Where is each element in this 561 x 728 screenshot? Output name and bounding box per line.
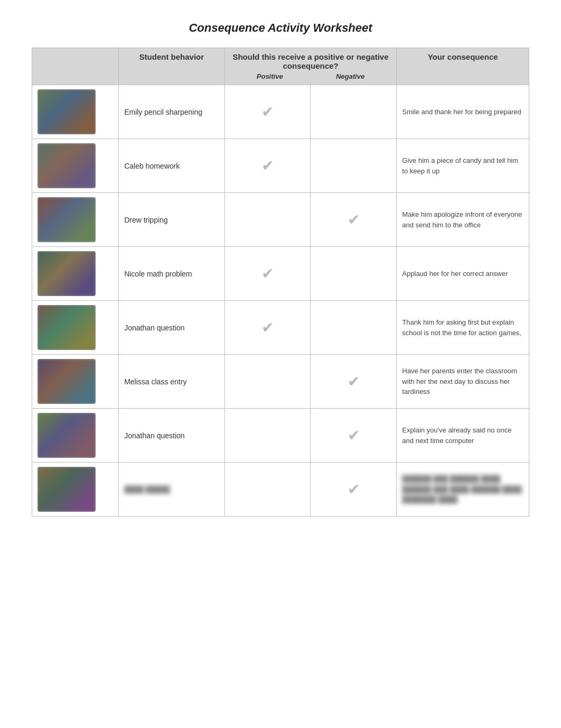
- student-image: [38, 251, 96, 296]
- positive-check-cell: ✔: [225, 247, 311, 301]
- positive-check-cell: [225, 355, 311, 409]
- behavior-text: Drew tripping: [119, 193, 225, 247]
- negative-check-cell: [311, 247, 397, 301]
- student-image: [38, 143, 96, 188]
- positive-check-cell: [225, 193, 311, 247]
- consequence-text: Thank him for asking first but explain s…: [397, 301, 529, 355]
- header-behavior: Student behavior: [119, 48, 225, 85]
- table-row: ████ █████✔██████ ███ ██████ ████ ██████…: [32, 463, 529, 517]
- positive-checkmark: ✔: [261, 319, 274, 336]
- worksheet-table: Student behavior Should this receive a p…: [32, 48, 529, 517]
- image-cell: [32, 247, 119, 301]
- student-image: [38, 197, 96, 242]
- table-row: Drew tripping✔Make him apologize infront…: [32, 193, 529, 247]
- negative-check-cell: [311, 85, 397, 139]
- behavior-cell: ████ █████: [119, 463, 225, 517]
- behavior-text: Jonathan question: [119, 409, 225, 463]
- student-image: [38, 305, 96, 350]
- table-row: Jonathan question✔Explain you've already…: [32, 409, 529, 463]
- page-title: Consequence Activity Worksheet: [32, 21, 529, 35]
- positive-check-cell: ✔: [225, 139, 311, 193]
- table-row: Caleb homework✔Give him a piece of candy…: [32, 139, 529, 193]
- positive-checkmark: ✔: [261, 157, 274, 174]
- positive-check-cell: [225, 409, 311, 463]
- positive-checkmark: ✔: [261, 103, 274, 121]
- negative-check-cell: [311, 301, 397, 355]
- consequence-text: Have her parents enter the classroom wit…: [397, 355, 529, 409]
- behavior-text: Caleb homework: [119, 139, 225, 193]
- negative-checkmark: ✔: [348, 481, 360, 498]
- positive-check-cell: [225, 463, 311, 517]
- consequence-text: Applaud her for her correct answer: [397, 247, 529, 301]
- image-cell: [32, 301, 119, 355]
- positive-checkmark: ✔: [261, 265, 274, 282]
- behavior-text: Melissa class entry: [119, 355, 225, 409]
- behavior-text: Nicole math problem: [119, 247, 225, 301]
- header-consequence-label: Should this receive a positive or negati…: [230, 52, 391, 70]
- consequence-cell: ██████ ███ ██████ ████ ██████ ███ ████ █…: [397, 463, 529, 517]
- header-your-consequence: Your consequence: [397, 48, 529, 85]
- consequence-text: Make him apologize infront of everyone a…: [397, 193, 529, 247]
- behavior-text: Jonathan question: [119, 301, 225, 355]
- image-cell: [32, 139, 119, 193]
- consequence-text: Explain you've already said no once and …: [397, 409, 529, 463]
- negative-checkmark: ✔: [348, 211, 360, 228]
- positive-check-cell: ✔: [225, 301, 311, 355]
- negative-check-cell: ✔: [311, 355, 397, 409]
- consequence-text: Give him a piece of candy and tell him t…: [397, 139, 529, 193]
- student-image: [38, 89, 96, 134]
- header-consequence-type: Should this receive a positive or negati…: [225, 48, 397, 85]
- image-cell: [32, 85, 119, 139]
- negative-check-cell: [311, 139, 397, 193]
- negative-checkmark: ✔: [348, 427, 360, 444]
- negative-checkmark: ✔: [348, 373, 360, 390]
- table-row: Jonathan question✔Thank him for asking f…: [32, 301, 529, 355]
- student-image: [38, 467, 96, 512]
- table-row: Emily pencil sharpening✔Smile and thank …: [32, 85, 529, 139]
- student-image: [38, 413, 96, 458]
- image-cell: [32, 193, 119, 247]
- table-row: Nicole math problem✔Applaud her for her …: [32, 247, 529, 301]
- header-positive-label: Positive: [257, 72, 283, 80]
- consequence-text: Smile and thank her for being prepared: [397, 85, 529, 139]
- header-image: [32, 48, 119, 85]
- student-image: [38, 359, 96, 404]
- header-negative-label: Negative: [336, 72, 364, 80]
- behavior-text: ████ █████: [124, 485, 170, 493]
- positive-check-cell: ✔: [225, 85, 311, 139]
- negative-check-cell: ✔: [311, 463, 397, 517]
- image-cell: [32, 355, 119, 409]
- image-cell: [32, 463, 119, 517]
- image-cell: [32, 409, 119, 463]
- table-row: Melissa class entry✔Have her parents ent…: [32, 355, 529, 409]
- negative-check-cell: ✔: [311, 193, 397, 247]
- negative-check-cell: ✔: [311, 409, 397, 463]
- behavior-text: Emily pencil sharpening: [119, 85, 225, 139]
- consequence-text: ██████ ███ ██████ ████ ██████ ███ ████ █…: [402, 475, 521, 503]
